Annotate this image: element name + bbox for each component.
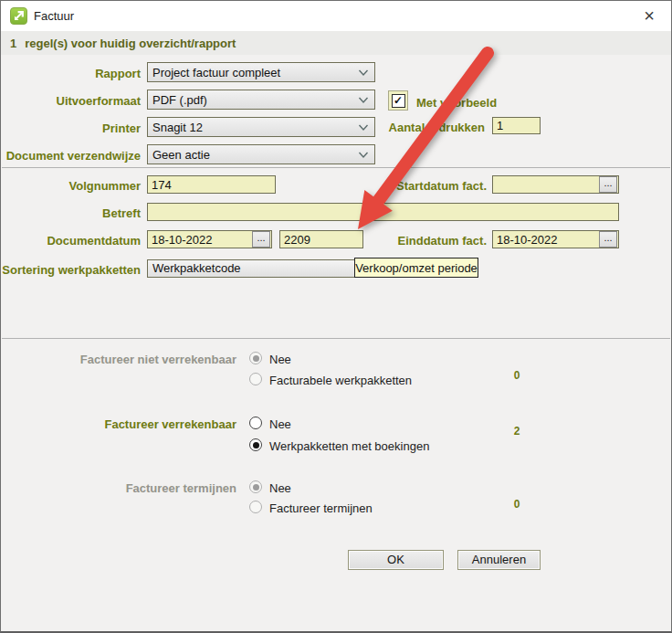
rapport-dropdown[interactable]: Project factuur compleet [147,62,375,82]
factureer-verrekenbaar-label: Factureer verrekenbaar [1,417,236,431]
radio-g1-facturabele-werkpakketten[interactable] [249,373,262,385]
radio-g1-nee-label: Nee [269,353,291,366]
rapport-value: Project factuur compleet [152,66,358,79]
documentdatum-picker-button[interactable]: ... [252,231,270,248]
title-bar: Factuur × [1,1,671,31]
periode-tooltip: Verkoop/omzet periode [354,258,478,278]
radio-g2-nee[interactable] [249,417,262,429]
aantal-afdrukken-label: Aantal afdrukken [366,121,485,134]
record-count-bar: 1 regel(s) voor huidig overzicht/rapport [1,31,671,55]
factureer-termijnen-label: Factureer termijnen [1,481,236,495]
betreft-input[interactable] [147,203,619,221]
count-termijnen: 0 [505,498,529,511]
divider [2,338,670,339]
factuur-dialog: Factuur × 1 regel(s) voor huidig overzic… [0,0,672,633]
divider [2,167,670,168]
verzendwijze-label: Document verzendwijze [1,149,141,163]
record-count: 1 [10,37,16,50]
chevron-down-icon [358,151,369,159]
radio-g1-facturabele-label: Facturabele werkpakketten [269,374,412,387]
verzendwijze-dropdown[interactable]: Geen actie [147,144,375,164]
chevron-down-icon [358,69,369,77]
radio-g3-termijnen-label: Factureer termijnen [269,501,373,515]
uitvoerformaat-label: Uitvoerformaat [1,94,141,108]
tooltip-text: Verkoop/omzet periode [355,261,478,275]
cancel-button[interactable]: Annuleren [457,550,541,570]
startdatum-picker-button[interactable]: ... [599,176,617,193]
betreft-label: Betreft [1,206,141,220]
verzendwijze-value: Geen actie [152,148,358,162]
window-title: Factuur [34,9,74,23]
met-voorbeeld-checkbox[interactable]: ✓ [388,90,408,111]
ok-button[interactable]: OK [348,550,444,570]
checkmark-icon: ✓ [392,94,405,108]
factureer-niet-verrekenbaar-label: Factureer niet verrekenbaar [1,353,236,366]
documentdatum-label: Documentdatum [1,234,141,248]
rapport-label: Rapport [1,67,141,80]
einddatum-label: Einddatum fact. [366,234,487,248]
printer-value: Snagit 12 [152,121,358,134]
count-verrekenbaar: 2 [505,425,529,438]
sortering-value: Werkpakketcode [152,261,241,275]
radio-g2-werkpakketten-met-boekingen[interactable] [249,438,262,451]
radio-g2-nee-label: Nee [269,417,291,431]
radio-g1-nee[interactable] [249,352,262,364]
app-export-icon [10,7,27,25]
sortering-dropdown[interactable]: Werkpakketcode [147,259,357,278]
radio-g3-nee-label: Nee [269,481,291,495]
volgnummer-label: Volgnummer [1,179,141,193]
met-voorbeeld-label: Met voorbeeld [416,96,535,110]
record-count-text: regel(s) voor huidig overzicht/rapport [25,37,236,50]
close-icon[interactable]: × [639,6,659,26]
startdatum-label: Startdatum fact. [366,179,487,193]
chevron-down-icon [358,96,369,104]
sortering-label: Sortering werkpakketten [1,263,141,277]
radio-g3-nee[interactable] [249,480,262,493]
volgnummer-input[interactable] [147,175,276,194]
radio-g3-factureer-termijnen[interactable] [249,501,262,513]
printer-dropdown[interactable]: Snagit 12 [147,117,375,137]
uitvoerformaat-dropdown[interactable]: PDF (.pdf) [147,90,375,110]
einddatum-picker-button[interactable]: ... [599,231,617,248]
periode-input[interactable] [279,230,363,248]
count-niet-verrekenbaar: 0 [505,369,529,382]
printer-label: Printer [1,121,141,135]
radio-g2-boekingen-label: Werkpakketten met boekingen [269,439,429,453]
aantal-afdrukken-input[interactable] [492,117,541,134]
uitvoerformaat-value: PDF (.pdf) [152,93,358,107]
